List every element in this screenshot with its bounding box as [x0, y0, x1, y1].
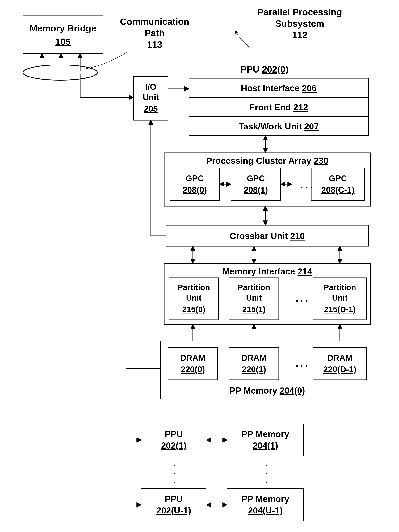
svg-text:.: . [174, 476, 176, 484]
svg-text:204(1): 204(1) [253, 441, 278, 450]
svg-text:Partition: Partition [238, 283, 270, 292]
mif-title: Memory Interface 214 [222, 266, 312, 276]
svg-text:215(D-1): 215(D-1) [324, 305, 356, 314]
gpc-0: GPC 208(0) [170, 168, 220, 200]
io-unit-block: I/O Unit 205 [134, 76, 168, 120]
svg-text:Subsystem: Subsystem [275, 19, 324, 29]
ppu-vdots: ... ... [174, 459, 267, 484]
svg-text:PPU: PPU [165, 429, 183, 439]
dram-dots: . . . [296, 359, 308, 368]
svg-text:Parallel Processing: Parallel Processing [258, 7, 342, 17]
svg-rect-46 [313, 348, 367, 380]
svg-text:PPU: PPU [165, 494, 183, 504]
svg-text:Path: Path [145, 28, 165, 38]
svg-text:220(D-1): 220(D-1) [323, 365, 356, 374]
svg-text:.: . [174, 459, 176, 467]
svg-text:Front End 212: Front End 212 [249, 102, 308, 112]
front-end-block: Front End 212 [189, 97, 368, 116]
svg-text:215(1): 215(1) [242, 305, 265, 314]
svg-rect-0 [23, 15, 103, 53]
bus-ellipse [23, 65, 97, 80]
svg-text:202(1): 202(1) [161, 441, 187, 450]
svg-text:208(1): 208(1) [244, 185, 268, 195]
svg-text:.: . [265, 459, 267, 467]
svg-text:215(0): 215(0) [182, 305, 205, 314]
svg-text:DRAM: DRAM [327, 353, 352, 362]
svg-rect-61 [141, 489, 206, 521]
gpc-c1: GPC 208(C-1) [311, 168, 365, 200]
crossbar-block: Crossbar Unit 210 [166, 225, 368, 246]
task-work-block: Task/Work Unit 207 [189, 116, 368, 136]
ppmem-u1: PP Memory 204(U-1) [227, 489, 304, 521]
svg-text:DRAM: DRAM [241, 353, 266, 362]
svg-rect-23 [311, 168, 365, 200]
svg-text:PP Memory: PP Memory [241, 494, 289, 504]
pu-dots: . . . [296, 294, 308, 303]
svg-text:GPC: GPC [329, 174, 347, 183]
svg-text:Partition: Partition [323, 283, 356, 292]
ppu0-title: PPU 202(0) [241, 64, 288, 75]
svg-rect-43 [229, 348, 279, 380]
dram-d1: DRAM 220(D-1) [313, 348, 367, 380]
svg-text:.: . [174, 468, 176, 476]
svg-text:Unit: Unit [143, 93, 159, 102]
svg-text:208(0): 208(0) [183, 185, 207, 195]
dram-0: DRAM 220(0) [168, 348, 218, 380]
svg-text:205: 205 [144, 104, 158, 113]
svg-rect-52 [227, 424, 304, 456]
svg-text:Unit: Unit [186, 293, 202, 302]
svg-text:Unit: Unit [332, 293, 348, 302]
svg-text:GPC: GPC [247, 174, 265, 183]
memory-bridge-num: 105 [55, 37, 71, 47]
pps-label: Parallel Processing Subsystem 112 [235, 7, 342, 48]
host-interface-block: Host Interface 206 [189, 78, 368, 97]
svg-text:.: . [265, 476, 267, 484]
dram-1: DRAM 220(1) [229, 348, 279, 380]
partition-0: Partition Unit 215(0) [169, 278, 219, 320]
svg-text:Crossbar Unit 210: Crossbar Unit 210 [230, 231, 305, 241]
gpc-dots: . . . [301, 180, 312, 190]
partition-d1: Partition Unit 215(D-1) [313, 278, 367, 320]
svg-rect-17 [170, 168, 220, 200]
svg-text:Unit: Unit [246, 293, 262, 302]
partition-1: Partition Unit 215(1) [229, 278, 279, 320]
ppmem0-title: PP Memory 204(0) [229, 386, 305, 396]
svg-text:DRAM: DRAM [180, 353, 205, 362]
svg-rect-64 [227, 489, 304, 521]
memory-bridge-title: Memory Bridge [30, 23, 96, 33]
svg-text:204(U-1): 204(U-1) [248, 506, 283, 515]
pca-title: Processing Cluster Array 230 [206, 156, 328, 166]
svg-text:GPC: GPC [186, 174, 204, 183]
svg-text:220(0): 220(0) [181, 365, 205, 374]
gpc-1: GPC 208(1) [231, 168, 281, 200]
comm-path-leader [86, 51, 128, 69]
svg-text:I/O: I/O [145, 82, 157, 91]
svg-text:208(C-1): 208(C-1) [321, 185, 355, 195]
svg-text:Communication: Communication [120, 17, 189, 27]
comm-path-label: Communication Path 113 [120, 17, 189, 50]
svg-text:.: . [265, 468, 267, 476]
svg-rect-20 [231, 168, 281, 200]
ppmem-1: PP Memory 204(1) [227, 424, 304, 456]
svg-text:Task/Work Unit 207: Task/Work Unit 207 [239, 121, 319, 131]
svg-text:PP Memory: PP Memory [241, 429, 289, 439]
svg-text:113: 113 [147, 39, 162, 50]
svg-text:220(1): 220(1) [242, 365, 266, 374]
ppu-1: PPU 202(1) [141, 424, 206, 456]
ppu-u1: PPU 202(U-1) [141, 489, 206, 521]
svg-text:202(U-1): 202(U-1) [156, 506, 191, 515]
svg-text:Host Interface 206: Host Interface 206 [241, 83, 317, 93]
svg-rect-49 [141, 424, 206, 456]
memory-bridge-block: Memory Bridge 105 [23, 15, 103, 53]
svg-text:112: 112 [292, 30, 307, 40]
svg-text:Partition: Partition [177, 283, 210, 292]
svg-rect-40 [168, 348, 218, 380]
